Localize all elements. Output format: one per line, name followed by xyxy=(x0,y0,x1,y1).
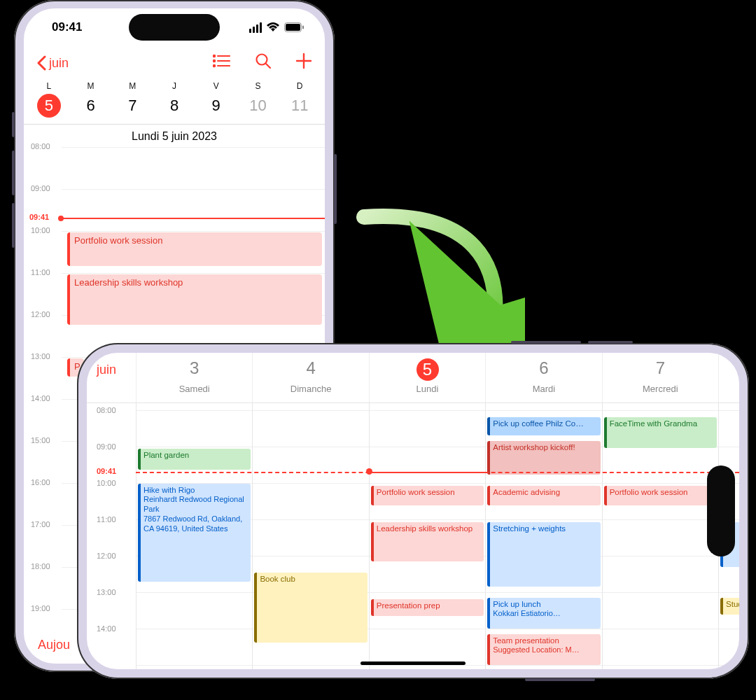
landscape-day-column[interactable]: Plant gardenHike with RigoReinhardt Redw… xyxy=(136,403,252,669)
back-label: juin xyxy=(49,56,69,71)
weekday-col[interactable]: M7 xyxy=(111,80,153,124)
event-title: Artist workshop kickoff! xyxy=(493,442,597,452)
event-title: Stretching + weights xyxy=(493,524,597,533)
weekday-number: 8 xyxy=(162,94,186,118)
landscape-hour-label: 09:00 xyxy=(97,442,116,451)
list-icon xyxy=(213,54,231,68)
landscape-day-column[interactable]: Pick up coffee Philz Co…Artist workshop … xyxy=(485,403,601,669)
calendar-event[interactable]: Portfolio work session xyxy=(604,486,717,505)
event-title: Hike with Rigo xyxy=(144,485,248,495)
weekday-abbr: M xyxy=(129,81,136,91)
calendar-event[interactable]: Portfolio work session xyxy=(371,486,484,505)
landscape-day-number: 5 xyxy=(370,358,485,382)
weekday-number: 7 xyxy=(120,94,144,118)
calendar-event[interactable]: Artist workshop kickoff! xyxy=(487,441,600,475)
landscape-grid[interactable]: 08:0009:0010:0011:0012:0013:0014:0009:41… xyxy=(87,403,739,669)
landscape-day-column[interactable]: Book clubChoir practice xyxy=(252,403,368,669)
landscape-hour-label: 12:00 xyxy=(97,552,116,560)
hour-label: 13:00 xyxy=(31,352,50,360)
landscape-day-number: 6 xyxy=(486,358,601,382)
weekday-number: 6 xyxy=(79,94,103,118)
hour-label: 18:00 xyxy=(31,562,50,570)
landscape-day-header[interactable]: 4Dimanche xyxy=(252,353,368,402)
landscape-day-name: Dimanche xyxy=(253,384,368,394)
event-title: Pick up lunch xyxy=(493,599,597,609)
landscape-day-extra xyxy=(718,353,739,402)
landscape-hour-label: 10:00 xyxy=(97,479,116,487)
hour-line xyxy=(62,189,325,231)
hour-label: 14:00 xyxy=(31,394,50,402)
hour-label: 19:00 xyxy=(31,604,50,612)
landscape-day-header[interactable]: 3Samedi xyxy=(136,353,252,402)
landscape-week-header: juin3Samedi4Dimanche5Lundi6Mardi7Mercred… xyxy=(87,353,739,403)
weekday-col[interactable]: V9 xyxy=(195,80,237,124)
hour-label: 12:00 xyxy=(31,310,50,318)
hour-label: 09:00 xyxy=(31,184,50,192)
weekday-col[interactable]: J8 xyxy=(153,80,195,124)
wifi-icon xyxy=(266,22,280,32)
calendar-event[interactable]: Academic advising xyxy=(487,486,600,505)
svg-rect-2 xyxy=(302,26,304,29)
landscape-day-name: Lundi xyxy=(370,384,485,394)
weekday-col[interactable]: L5 xyxy=(28,80,70,124)
event-subtitle: Kokkari Estiatorio… xyxy=(493,609,597,619)
weekday-abbr: J xyxy=(172,81,176,91)
landscape-day-header[interactable]: 7Mercredi xyxy=(602,353,718,402)
calendar-event[interactable]: Leadership skills workshop xyxy=(371,522,484,561)
event-subtitle: Suggested Location: M… xyxy=(493,645,597,655)
calendar-event[interactable]: Presentation prep xyxy=(371,599,484,616)
calendar-event[interactable]: Stretching + weights xyxy=(487,522,600,587)
calendar-event[interactable]: FaceTime with Grandma xyxy=(604,417,717,448)
landscape-month-label[interactable]: juin xyxy=(87,353,136,402)
landscape-hour-label: 14:00 xyxy=(97,624,116,633)
svg-rect-1 xyxy=(286,24,300,31)
calendar-event[interactable]: Hike with RigoReinhardt Redwood Regional… xyxy=(138,484,251,582)
calendar-event[interactable]: Student xyxy=(720,598,739,615)
event-title: Portfolio work session xyxy=(377,487,481,497)
calendar-event[interactable]: Leadership skills workshop xyxy=(67,274,322,325)
svg-point-8 xyxy=(214,65,215,66)
chevron-left-icon xyxy=(36,55,46,71)
weekday-col[interactable]: S10 xyxy=(237,80,279,124)
calendar-event[interactable]: Portfolio work session xyxy=(67,232,322,266)
landscape-screen: juin3Samedi4Dimanche5Lundi6Mardi7Mercred… xyxy=(87,353,739,669)
event-title: Pick up coffee Philz Co… xyxy=(493,419,597,428)
landscape-day-number: 3 xyxy=(136,358,252,382)
landscape-phone-frame: juin3Samedi4Dimanche5Lundi6Mardi7Mercred… xyxy=(77,343,749,679)
hour-label: 10:00 xyxy=(31,226,50,234)
event-title: Plant garden xyxy=(144,450,248,460)
landscape-day-header[interactable]: 6Mardi xyxy=(485,353,601,402)
calendar-event[interactable]: Pick up coffee Philz Co… xyxy=(487,417,600,435)
event-title: Leadership skills workshop xyxy=(377,524,481,533)
battery-icon xyxy=(284,22,304,32)
weekday-col[interactable]: M6 xyxy=(70,80,112,124)
event-title: Presentation prep xyxy=(377,601,481,610)
calendar-event[interactable]: Pick up lunchKokkari Estiatorio… xyxy=(487,598,600,629)
event-title: FaceTime with Grandma xyxy=(610,419,714,428)
home-indicator xyxy=(360,662,465,665)
landscape-day-column[interactable]: FaceTime with GrandmaPortfolio work sess… xyxy=(602,403,718,669)
calendar-event[interactable]: Team presentationSuggested Location: M… xyxy=(487,634,600,665)
weekday-col[interactable]: D11 xyxy=(279,80,321,124)
add-event-button[interactable] xyxy=(295,52,312,74)
svg-point-6 xyxy=(214,55,215,57)
weekday-abbr: V xyxy=(214,81,219,91)
hour-label: 11:00 xyxy=(31,268,50,276)
event-title: Academic advising xyxy=(493,487,597,497)
event-subtitle: Reinhardt Redwood Regional Park 7867 Red… xyxy=(144,495,248,533)
back-button[interactable]: juin xyxy=(36,55,213,71)
weekday-number: 10 xyxy=(246,94,270,118)
landscape-day-column[interactable]: Portfolio work sessionLeadership skills … xyxy=(369,403,485,669)
now-time-label: 09:41 xyxy=(29,213,49,221)
hour-label: 15:00 xyxy=(31,436,50,444)
calendar-event[interactable]: Plant garden xyxy=(138,449,251,470)
search-button[interactable] xyxy=(255,52,272,74)
landscape-time-column: 08:0009:0010:0011:0012:0013:0014:0009:41 xyxy=(87,403,136,669)
calendar-event[interactable]: Book club xyxy=(254,573,367,643)
landscape-day-header[interactable]: 5Lundi xyxy=(369,353,485,402)
status-time: 09:41 xyxy=(52,20,82,34)
today-button[interactable]: Aujou xyxy=(38,638,70,652)
search-icon xyxy=(255,52,272,69)
list-view-button[interactable] xyxy=(213,54,231,72)
week-header: L5M6M7J8V9S10D11 xyxy=(24,80,325,125)
